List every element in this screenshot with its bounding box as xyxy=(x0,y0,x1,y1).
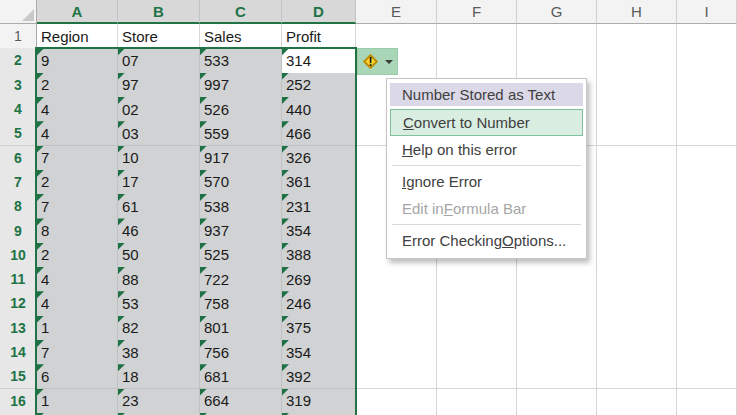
cell-B8[interactable]: 61 xyxy=(118,194,200,219)
error-options-button[interactable] xyxy=(357,48,398,75)
row-header-4[interactable]: 4 xyxy=(0,97,37,122)
cell-A11[interactable]: 4 xyxy=(37,267,118,292)
cell-D14[interactable]: 354 xyxy=(282,340,356,365)
cell-I16[interactable] xyxy=(677,389,737,414)
cell-B2[interactable]: 07 xyxy=(118,48,200,73)
cell-C14[interactable]: 756 xyxy=(200,340,282,365)
cell-A7[interactable]: 2 xyxy=(37,170,118,195)
menu-item-help-on-this-error[interactable]: Help on this error xyxy=(390,136,583,163)
cell-A1[interactable]: Region xyxy=(37,24,118,49)
cell-G1[interactable] xyxy=(517,24,597,49)
cell-I7[interactable] xyxy=(677,170,737,195)
cell-B1[interactable]: Store xyxy=(118,24,200,49)
cell-D8[interactable]: 231 xyxy=(282,194,356,219)
cell-A6[interactable]: 7 xyxy=(37,146,118,171)
menu-item-convert-to-number[interactable]: Convert to Number xyxy=(390,109,583,136)
cell-F11[interactable] xyxy=(437,267,517,292)
cell-A2[interactable]: 9 xyxy=(37,48,118,73)
cell-A15[interactable]: 6 xyxy=(37,364,118,389)
cell-B11[interactable]: 88 xyxy=(118,267,200,292)
col-header-C[interactable]: C xyxy=(200,0,282,24)
cell-B6[interactable]: 10 xyxy=(118,146,200,171)
cell-I1[interactable] xyxy=(677,24,737,49)
row-header-13[interactable]: 13 xyxy=(0,316,37,341)
row-header-8[interactable]: 8 xyxy=(0,194,37,219)
row-header-7[interactable]: 7 xyxy=(0,170,37,195)
cell-I10[interactable] xyxy=(677,243,737,268)
col-header-A[interactable]: A xyxy=(37,0,118,24)
cell-D4[interactable]: 440 xyxy=(282,97,356,122)
col-header-H[interactable]: H xyxy=(597,0,677,24)
cell-B13[interactable]: 82 xyxy=(118,316,200,341)
cell-I2[interactable] xyxy=(677,48,737,73)
cell-F1[interactable] xyxy=(437,24,517,49)
cell-E11[interactable] xyxy=(356,267,437,292)
cell-G13[interactable] xyxy=(517,316,597,341)
cell-D16[interactable]: 319 xyxy=(282,389,356,414)
row-header-3[interactable]: 3 xyxy=(0,73,37,98)
cell-D2[interactable]: 314 xyxy=(282,48,356,73)
cell-C7[interactable]: 570 xyxy=(200,170,282,195)
cell-I5[interactable] xyxy=(677,121,737,146)
col-header-I[interactable]: I xyxy=(677,0,737,24)
cell-H16[interactable] xyxy=(597,389,677,414)
cell-F14[interactable] xyxy=(437,340,517,365)
cell-H1[interactable] xyxy=(597,24,677,49)
cell-G12[interactable] xyxy=(517,291,597,316)
cell-C15[interactable]: 681 xyxy=(200,364,282,389)
cell-D1[interactable]: Profit xyxy=(282,24,356,49)
cell-H12[interactable] xyxy=(597,291,677,316)
cell-H7[interactable] xyxy=(597,170,677,195)
cell-C12[interactable]: 758 xyxy=(200,291,282,316)
cell-H13[interactable] xyxy=(597,316,677,341)
cell-B14[interactable]: 38 xyxy=(118,340,200,365)
row-header-10[interactable]: 10 xyxy=(0,243,37,268)
cell-C16[interactable]: 664 xyxy=(200,389,282,414)
cell-H6[interactable] xyxy=(597,146,677,171)
cell-A3[interactable]: 2 xyxy=(37,73,118,98)
cell-B7[interactable]: 17 xyxy=(118,170,200,195)
cell-I8[interactable] xyxy=(677,194,737,219)
cell-D6[interactable]: 326 xyxy=(282,146,356,171)
cell-I11[interactable] xyxy=(677,267,737,292)
cell-G15[interactable] xyxy=(517,364,597,389)
row-header-1[interactable]: 1 xyxy=(0,24,37,49)
cell-D12[interactable]: 246 xyxy=(282,291,356,316)
cell-A12[interactable]: 4 xyxy=(37,291,118,316)
cell-H2[interactable] xyxy=(597,48,677,73)
cell-H5[interactable] xyxy=(597,121,677,146)
cell-H10[interactable] xyxy=(597,243,677,268)
cell-B16[interactable]: 23 xyxy=(118,389,200,414)
cell-C6[interactable]: 917 xyxy=(200,146,282,171)
cell-A8[interactable]: 7 xyxy=(37,194,118,219)
cell-H14[interactable] xyxy=(597,340,677,365)
menu-item-ignore-error[interactable]: Ignore Error xyxy=(390,168,583,195)
cell-C3[interactable]: 997 xyxy=(200,73,282,98)
cell-I9[interactable] xyxy=(677,218,737,243)
row-header-9[interactable]: 9 xyxy=(0,218,37,243)
cell-A4[interactable]: 4 xyxy=(37,97,118,122)
col-header-E[interactable]: E xyxy=(356,0,437,24)
cell-I4[interactable] xyxy=(677,97,737,122)
cell-D10[interactable]: 388 xyxy=(282,243,356,268)
cell-H11[interactable] xyxy=(597,267,677,292)
cell-F15[interactable] xyxy=(437,364,517,389)
cell-D5[interactable]: 466 xyxy=(282,121,356,146)
row-header-6[interactable]: 6 xyxy=(0,146,37,171)
row-header-12[interactable]: 12 xyxy=(0,291,37,316)
cell-A13[interactable]: 1 xyxy=(37,316,118,341)
cell-I3[interactable] xyxy=(677,73,737,98)
row-header-11[interactable]: 11 xyxy=(0,267,37,292)
cell-H3[interactable] xyxy=(597,73,677,98)
cell-B5[interactable]: 03 xyxy=(118,121,200,146)
cell-B9[interactable]: 46 xyxy=(118,218,200,243)
cell-F13[interactable] xyxy=(437,316,517,341)
select-all-corner[interactable] xyxy=(0,0,37,24)
cell-G2[interactable] xyxy=(517,48,597,73)
cell-A9[interactable]: 8 xyxy=(37,218,118,243)
row-header-15[interactable]: 15 xyxy=(0,364,37,389)
cell-I6[interactable] xyxy=(677,146,737,171)
cell-D11[interactable]: 269 xyxy=(282,267,356,292)
row-header-16[interactable]: 16 xyxy=(0,389,37,414)
cell-H15[interactable] xyxy=(597,364,677,389)
